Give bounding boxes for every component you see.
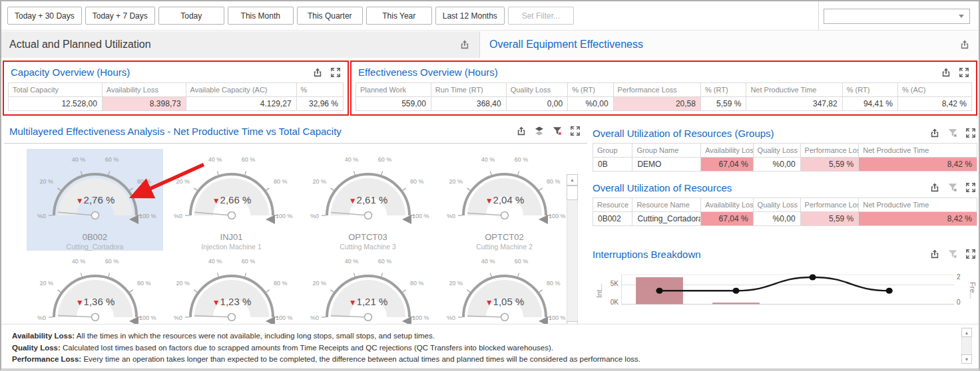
column-header[interactable]: Quality Loss <box>753 144 800 158</box>
expand-icon[interactable] <box>330 67 341 78</box>
svg-text:%0: %0 <box>446 213 455 219</box>
gauge-1,23 %[interactable]: %020 %40 %60 %80 %100 %▼1,23 % <box>163 251 300 324</box>
svg-text:20 %: 20 % <box>176 280 190 287</box>
svg-text:60 %: 60 % <box>377 258 391 265</box>
column-header[interactable]: Availability Loss <box>701 198 753 212</box>
gauge-1,05 %[interactable]: %020 %40 %60 %80 %100 %▼1,05 % <box>436 251 573 324</box>
gauge-0B002[interactable]: %020 %40 %60 %80 %100 %▼2,76 %0B002Cutti… <box>27 149 163 251</box>
capacity-data-row[interactable]: 12.528,00 8.398,73 4.129,27 32,96 % <box>9 97 344 111</box>
effectiveness-header-row: Planned Work Run Time (RT) Quality Loss … <box>356 83 972 97</box>
svg-text:80 %: 80 % <box>547 178 561 185</box>
svg-text:▼1,05 %: ▼1,05 % <box>485 296 524 307</box>
export-icon[interactable] <box>959 39 970 50</box>
gauge-1,36 %[interactable]: %020 %40 %60 %80 %100 %▼1,36 % <box>27 251 163 324</box>
export-icon[interactable] <box>929 128 940 138</box>
column-header[interactable]: % (RT) <box>700 83 746 97</box>
export-icon[interactable] <box>941 67 951 78</box>
column-header[interactable]: % (AC) <box>897 83 971 97</box>
column-header[interactable]: Available Capacity (AC) <box>186 83 296 97</box>
effectiveness-data-row[interactable]: 559,00 368,40 0,00 %0,00 20,58 5,59 % 34… <box>356 97 972 111</box>
filter-this-month-button[interactable]: This Month <box>228 7 294 25</box>
gauge-1,21 %[interactable]: %020 %40 %60 %80 %100 %▼1,21 % <box>300 251 436 324</box>
expand-icon[interactable] <box>965 128 976 138</box>
column-header[interactable]: % <box>296 83 343 97</box>
column-header[interactable]: % (RT) <box>568 83 613 97</box>
column-header[interactable]: Net Productive Time <box>859 144 977 158</box>
gauge-INJ01[interactable]: %020 %40 %60 %80 %100 %▼2,66 %INJ01Injec… <box>163 149 300 251</box>
clear-filter-icon[interactable] <box>552 126 563 136</box>
axis-tick: 0 <box>957 299 961 306</box>
svg-text:▼2,66 %: ▼2,66 % <box>212 194 251 205</box>
filter-today-plus-30-button[interactable]: Today + 30 Days <box>7 7 82 25</box>
svg-text:80 %: 80 % <box>274 178 288 185</box>
left-axis-ticks: 5K 0K <box>604 273 621 308</box>
groups-table-title: Overall Utilization of Resources (Groups… <box>593 128 774 139</box>
cell-group: 0B <box>593 158 632 172</box>
cell-performance-loss-pct: 5,59 % <box>700 97 746 111</box>
export-icon[interactable] <box>929 182 940 193</box>
filter-this-quarter-button[interactable]: This Quarter <box>297 7 363 25</box>
expand-icon[interactable] <box>959 67 969 78</box>
cell-quality-loss: 0,00 <box>506 97 567 111</box>
left-axis-label: Int... <box>594 273 604 308</box>
export-icon[interactable] <box>459 39 470 50</box>
clear-filter-icon[interactable] <box>947 182 958 193</box>
capacity-table: Total Capacity Availability Loss Availab… <box>8 82 344 111</box>
definition-quality-loss: Quality Loss: Calculated lost times base… <box>12 342 952 354</box>
gauge-resource-name: Injection Machine 1 <box>201 243 261 251</box>
filter-today-button[interactable]: Today <box>158 7 224 25</box>
scrollbar-thumb[interactable] <box>567 186 578 200</box>
export-icon[interactable] <box>312 67 323 78</box>
svg-text:80 %: 80 % <box>547 280 561 287</box>
column-header[interactable]: Total Capacity <box>9 83 103 97</box>
layers-icon[interactable] <box>534 126 545 136</box>
expand-icon[interactable] <box>965 182 976 193</box>
column-header[interactable]: Quality Loss <box>506 83 567 97</box>
column-header[interactable]: Run Time (RT) <box>431 83 506 97</box>
section-headers: Actual and Planned Utilization Overall E… <box>1 31 979 58</box>
gauges-row-1: %020 %40 %60 %80 %100 %▼2,76 %0B002Cutti… <box>3 144 589 251</box>
scroll-up-icon[interactable]: ▲ <box>961 328 972 337</box>
chart-plot-area[interactable] <box>621 273 954 308</box>
clear-filter-icon[interactable] <box>947 249 958 259</box>
column-header[interactable]: Resource Name <box>632 198 701 212</box>
scroll-down-icon[interactable]: ▼ <box>961 354 972 364</box>
clear-filter-icon[interactable] <box>947 128 958 138</box>
column-header[interactable]: % (RT) <box>842 83 897 97</box>
gauge-OPTCT03[interactable]: %020 %40 %60 %80 %100 %▼2,61 %OPTCT03Cut… <box>300 149 436 251</box>
svg-text:▼1,36 %: ▼1,36 % <box>75 296 115 307</box>
column-header[interactable]: Group <box>593 144 632 158</box>
gauge-chart: %020 %40 %60 %80 %100 %▼1,23 % <box>165 251 298 324</box>
export-icon[interactable] <box>516 126 527 136</box>
column-header[interactable]: Planned Work <box>356 83 431 97</box>
svg-text:80 %: 80 % <box>274 280 288 287</box>
column-header[interactable]: Resource <box>593 198 632 212</box>
toolbar-dropdown[interactable] <box>824 9 970 24</box>
column-header[interactable]: Performance Loss <box>800 198 859 212</box>
expand-icon[interactable] <box>965 249 976 259</box>
column-header[interactable]: Availability Loss <box>102 83 186 97</box>
set-filter-button[interactable]: Set Filter... <box>508 7 574 25</box>
svg-text:80 %: 80 % <box>410 178 424 185</box>
column-header[interactable]: Quality Loss <box>753 198 800 212</box>
export-icon[interactable] <box>929 249 940 259</box>
gauges-scrollbar[interactable]: ▲ ▼ <box>567 174 578 324</box>
column-header[interactable]: Performance Loss <box>800 144 859 158</box>
groups-data-row[interactable]: 0B DEMO 67,04 % %0,00 5,59 % 8,42 % <box>593 158 977 172</box>
filter-last-12-months-button[interactable]: Last 12 Months <box>435 7 505 25</box>
definitions-scrollbar[interactable]: ▲ ▼ <box>961 328 972 364</box>
resources-data-row[interactable]: 0B002 Cutting_Cortadora 67,04 % %0,00 5,… <box>593 212 977 226</box>
column-header[interactable]: Availability Loss <box>701 144 753 158</box>
cell-performance-loss: 5,59 % <box>800 212 859 226</box>
gauge-resource-name: Cutting Machine 3 <box>340 243 396 251</box>
gauge-OPTCT02[interactable]: %020 %40 %60 %80 %100 %▼2,04 %OPTCT02Cut… <box>436 149 573 251</box>
filter-today-plus-7-button[interactable]: Today + 7 Days <box>85 7 155 25</box>
column-header[interactable]: Group Name <box>632 144 701 158</box>
column-header[interactable]: Net Productive Time <box>746 83 842 97</box>
column-header[interactable]: Net Productive Time <box>859 198 977 212</box>
expand-icon[interactable] <box>570 126 581 136</box>
scroll-up-icon[interactable]: ▲ <box>567 174 578 186</box>
column-header[interactable]: Performance Loss <box>613 83 700 97</box>
filter-this-year-button[interactable]: This Year <box>366 7 432 25</box>
capacity-overview-title: Capacity Overview (Hours) <box>11 66 130 78</box>
